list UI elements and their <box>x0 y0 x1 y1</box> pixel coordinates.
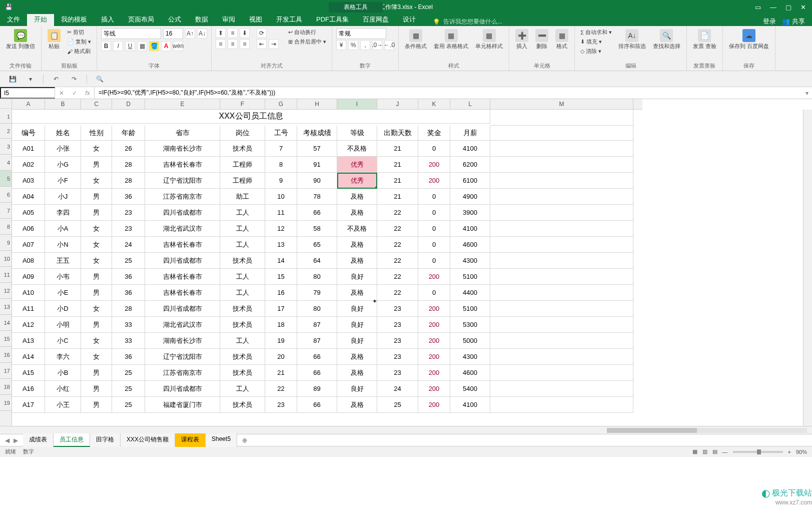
cell[interactable]: 0 <box>418 205 450 221</box>
cell[interactable] <box>490 269 633 285</box>
cell[interactable]: 女 <box>81 221 112 237</box>
cell[interactable]: 89 <box>297 381 337 397</box>
cell[interactable]: 4300 <box>450 253 490 269</box>
ribbon-tab-我的模板[interactable]: 我的模板 <box>54 13 94 26</box>
cell[interactable]: A12 <box>12 317 45 333</box>
italic-button[interactable]: I <box>113 41 123 51</box>
row-header-9[interactable]: 9 <box>0 235 12 251</box>
cell[interactable]: 省市 <box>145 126 220 141</box>
sort-filter-button[interactable]: A↓排序和筛选 <box>616 28 648 51</box>
cell[interactable]: A08 <box>12 253 45 269</box>
cell[interactable]: 出勤天数 <box>377 126 418 141</box>
cell[interactable]: A02 <box>12 157 45 173</box>
cell[interactable]: 吉林省长春市 <box>145 237 220 253</box>
cell[interactable]: 辽宁省沈阳市 <box>145 173 220 189</box>
cell[interactable]: 79 <box>297 285 337 301</box>
cell[interactable]: 78 <box>297 189 337 205</box>
row-header-1[interactable]: 1 <box>0 110 12 124</box>
cell[interactable]: 工人 <box>220 381 265 397</box>
cell[interactable]: 工人 <box>220 285 265 301</box>
font-color-button[interactable]: A <box>161 41 171 51</box>
cell[interactable]: 江苏省南京市 <box>145 189 220 205</box>
cell[interactable]: 4100 <box>450 141 490 157</box>
conditional-format-button[interactable]: ▦条件格式 <box>403 28 429 51</box>
cell[interactable]: 良好 <box>337 301 377 317</box>
row-header-16[interactable]: 16 <box>0 347 12 363</box>
select-all-corner[interactable] <box>0 99 12 109</box>
cell[interactable]: 0 <box>418 253 450 269</box>
cell[interactable]: 200 <box>418 317 450 333</box>
fill-button[interactable]: ⬇ 填充 ▾ <box>579 38 603 46</box>
zoom-slider[interactable] <box>733 451 783 453</box>
ribbon-options-icon[interactable]: ▭ <box>755 4 761 11</box>
cell[interactable]: 考核成绩 <box>297 126 337 141</box>
cell[interactable]: 工人 <box>220 205 265 221</box>
cell[interactable]: A10 <box>12 285 45 301</box>
col-header-I[interactable]: I <box>337 99 377 109</box>
sheet-tab-成绩表[interactable]: 成绩表 <box>23 433 54 447</box>
autosum-button[interactable]: Σ 自动求和 ▾ <box>579 28 613 37</box>
redo-icon[interactable]: ↷ <box>69 74 80 85</box>
sheet-tab-课程表[interactable]: 课程表 <box>175 433 206 447</box>
cell[interactable]: 200 <box>418 333 450 349</box>
expand-formula-icon[interactable]: ▾ <box>802 90 812 97</box>
save-icon[interactable]: 💾 <box>0 4 13 11</box>
cell[interactable]: 21 <box>377 141 418 157</box>
cell[interactable]: 小B <box>45 365 81 381</box>
col-header-L[interactable]: L <box>450 99 490 109</box>
cell[interactable]: 80 <box>297 301 337 317</box>
cell[interactable]: 36 <box>112 349 145 365</box>
row-header-13[interactable]: 13 <box>0 299 12 315</box>
cell[interactable]: 湖南省长沙市 <box>145 333 220 349</box>
cell[interactable]: 23 <box>377 349 418 365</box>
cell[interactable]: 小C <box>45 333 81 349</box>
cell[interactable]: 小A <box>45 221 81 237</box>
cell[interactable]: 女 <box>81 173 112 189</box>
sheet-nav-next-icon[interactable]: ▶ <box>14 437 18 444</box>
cell[interactable]: A15 <box>12 365 45 381</box>
row-header-19[interactable]: 19 <box>0 395 12 411</box>
ribbon-tab-开始[interactable]: 开始 <box>27 13 54 26</box>
cell[interactable]: 工人 <box>220 269 265 285</box>
cell[interactable]: 66 <box>297 349 337 365</box>
underline-button[interactable]: U <box>125 41 135 51</box>
undo-icon[interactable]: ↶ <box>51 74 62 85</box>
orientation-icon[interactable]: ⟳ <box>257 28 267 38</box>
ribbon-tab-PDF工具集[interactable]: PDF工具集 <box>309 13 356 26</box>
row-header-15[interactable]: 15 <box>0 331 12 347</box>
currency-icon[interactable]: ¥ <box>336 40 346 50</box>
cell[interactable]: 19 <box>265 333 297 349</box>
cell[interactable]: 湖北省武汉市 <box>145 317 220 333</box>
cell[interactable]: 技术员 <box>220 317 265 333</box>
cell[interactable]: 23 <box>377 301 418 317</box>
col-header-J[interactable]: J <box>377 99 418 109</box>
invoice-button[interactable]: 📄发票 查验 <box>691 28 718 51</box>
tell-me[interactable]: 💡 告诉我您想要做什么... <box>433 18 502 26</box>
ribbon-tab-视图[interactable]: 视图 <box>242 13 269 26</box>
cell[interactable]: 及格 <box>337 397 377 413</box>
cell[interactable] <box>490 157 633 173</box>
cell[interactable] <box>490 237 633 253</box>
cell[interactable]: 女 <box>81 349 112 365</box>
cell[interactable]: A07 <box>12 237 45 253</box>
cell[interactable]: 及格 <box>337 253 377 269</box>
cell[interactable] <box>490 221 633 237</box>
cell[interactable]: 33 <box>112 317 145 333</box>
percent-icon[interactable]: % <box>348 40 358 50</box>
cell[interactable]: 20 <box>265 349 297 365</box>
ribbon-tab-公式[interactable]: 公式 <box>161 13 188 26</box>
row-header-10[interactable]: 10 <box>0 251 12 267</box>
cell[interactable] <box>490 333 633 349</box>
login-button[interactable]: 登录 <box>763 17 776 26</box>
cell[interactable]: 小张 <box>45 141 81 157</box>
cell[interactable]: 男 <box>81 381 112 397</box>
sheet-tab-田字格[interactable]: 田字格 <box>90 433 121 447</box>
cell[interactable]: 66 <box>297 365 337 381</box>
cell[interactable]: 64 <box>297 253 337 269</box>
format-button[interactable]: ▦格式 <box>553 28 570 51</box>
cell[interactable]: 14 <box>265 253 297 269</box>
cell[interactable]: 200 <box>418 157 450 173</box>
cell[interactable]: 小N <box>45 237 81 253</box>
cell[interactable]: 66 <box>297 205 337 221</box>
cell[interactable]: 技术员 <box>220 349 265 365</box>
